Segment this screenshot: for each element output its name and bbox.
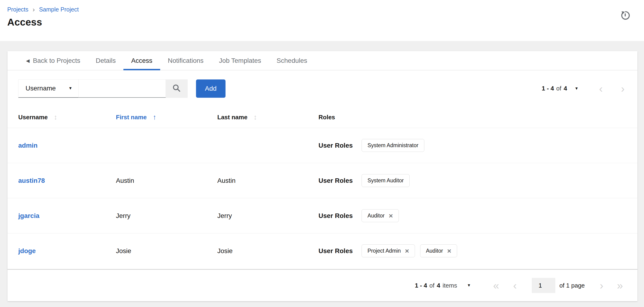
roles-cell: User Roles Project Admin × Auditor ×: [318, 244, 638, 257]
first-name-cell: Austin: [116, 177, 217, 184]
caret-down-icon[interactable]: ▼: [467, 283, 471, 288]
chip-remove-button[interactable]: ×: [405, 247, 409, 254]
column-header-first-name[interactable]: First name ↑: [116, 113, 217, 121]
previous-page-button[interactable]: ‹: [513, 280, 516, 291]
user-roles-label: User Roles: [318, 177, 353, 184]
column-label: First name: [116, 114, 147, 121]
roles-cell: User Roles System Administrator: [318, 139, 638, 152]
column-label: Username: [18, 114, 48, 121]
username-link[interactable]: austin78: [18, 177, 45, 184]
filter-type-select[interactable]: Username ▼: [18, 80, 79, 98]
toolbar: Username ▼ Add 1 - 4 of 4 ▼ ‹ ›: [8, 70, 638, 107]
role-chip-label: System Administrator: [368, 142, 418, 149]
username-link[interactable]: jdoge: [18, 247, 36, 254]
chip-remove-button[interactable]: ×: [447, 247, 452, 254]
sort-both-icon: ↕: [254, 113, 257, 121]
tab-access[interactable]: Access: [124, 51, 160, 70]
pagination-bottom: 1 - 4 of 4 items ▼ « ‹ of 1 page › »: [8, 269, 638, 301]
tab-label: Notifications: [168, 57, 204, 65]
tab-bar: ◀ Back to Projects Details Access Notifi…: [8, 51, 638, 70]
main-content: ◀ Back to Projects Details Access Notifi…: [0, 41, 644, 301]
pagination-total: 4: [437, 282, 440, 289]
page-title: Access: [7, 17, 628, 28]
chip-remove-button[interactable]: ×: [389, 212, 393, 219]
table-row: jgarcia Jerry Jerry User Roles Auditor ×: [8, 198, 638, 233]
column-label: Last name: [217, 114, 248, 121]
tab-job-templates[interactable]: Job Templates: [211, 51, 269, 70]
pagination-items-word: items: [442, 282, 457, 289]
pagination-of: of: [556, 85, 561, 92]
first-name-cell: Josie: [116, 247, 217, 255]
last-name-cell: Austin: [217, 177, 318, 184]
tab-label: Schedules: [276, 57, 307, 65]
column-header-username[interactable]: Username ↕: [18, 113, 116, 121]
page-header: Projects › Sample Project Access: [0, 0, 644, 41]
role-chip-label: System Auditor: [368, 177, 404, 184]
add-button[interactable]: Add: [196, 80, 226, 98]
close-icon: ×: [447, 247, 452, 255]
search-button[interactable]: [166, 80, 188, 98]
history-icon: [620, 18, 631, 21]
role-chip-label: Project Admin: [368, 248, 401, 254]
username-link[interactable]: jgarcia: [18, 212, 39, 219]
last-name-cell: Josie: [217, 247, 318, 255]
table-row: admin User Roles System Administrator: [8, 128, 638, 163]
back-arrow-icon: ◀: [26, 58, 30, 64]
table-row: austin78 Austin Austin User Roles System…: [8, 163, 638, 198]
role-chip-label: Auditor: [426, 248, 443, 254]
role-chip: System Administrator: [362, 139, 424, 152]
close-icon: ×: [405, 247, 409, 255]
roles-cell: User Roles System Auditor: [318, 174, 638, 187]
search-icon: [172, 83, 181, 94]
page-count-label: of 1 page: [560, 282, 585, 289]
breadcrumb-link-projects[interactable]: Projects: [7, 6, 28, 13]
close-icon: ×: [389, 212, 393, 220]
role-chip: System Auditor: [362, 174, 410, 187]
pagination-range: 1 - 4: [415, 282, 427, 289]
table-header-row: Username ↕ First name ↑ Last name ↕ Role…: [8, 107, 638, 128]
filter-type-value: Username: [26, 85, 56, 92]
access-card: ◀ Back to Projects Details Access Notifi…: [8, 51, 638, 301]
caret-down-icon: ▼: [68, 86, 72, 91]
last-page-button[interactable]: »: [617, 280, 623, 291]
first-page-button[interactable]: «: [493, 280, 499, 291]
user-roles-label: User Roles: [318, 212, 353, 220]
column-label: Roles: [318, 114, 335, 121]
next-page-button[interactable]: ›: [621, 83, 624, 94]
role-chip: Project Admin ×: [362, 244, 415, 257]
pagination-of: of: [430, 282, 435, 289]
history-button[interactable]: [620, 9, 631, 21]
first-name-cell: Jerry: [116, 212, 217, 220]
role-chip: Auditor ×: [420, 244, 457, 257]
tab-label: Back to Projects: [33, 57, 80, 65]
role-chip-label: Auditor: [368, 213, 384, 219]
column-header-roles: Roles: [318, 114, 638, 121]
breadcrumb-link-sample-project[interactable]: Sample Project: [39, 6, 79, 13]
caret-down-icon[interactable]: ▼: [575, 86, 579, 91]
user-roles-label: User Roles: [318, 247, 353, 255]
username-link[interactable]: admin: [18, 142, 38, 149]
tab-notifications[interactable]: Notifications: [160, 51, 212, 70]
previous-page-button[interactable]: ‹: [599, 83, 602, 94]
tab-details[interactable]: Details: [88, 51, 124, 70]
tab-back-to-projects[interactable]: ◀ Back to Projects: [18, 51, 88, 70]
next-page-button[interactable]: ›: [600, 280, 603, 291]
role-chip: Auditor ×: [362, 209, 398, 222]
sort-ascending-icon: ↑: [153, 113, 156, 121]
sort-both-icon: ↕: [54, 113, 57, 121]
pagination-top: 1 - 4 of 4 ▼ ‹ ›: [542, 83, 624, 94]
pagination-total: 4: [564, 85, 567, 92]
tab-label: Access: [131, 57, 152, 65]
last-name-cell: Jerry: [217, 212, 318, 220]
breadcrumb: Projects › Sample Project: [7, 6, 628, 13]
column-header-last-name[interactable]: Last name ↕: [217, 113, 318, 121]
table-row: jdoge Josie Josie User Roles Project Adm…: [8, 233, 638, 268]
roles-cell: User Roles Auditor ×: [318, 209, 638, 222]
tab-label: Job Templates: [219, 57, 261, 65]
pagination-range: 1 - 4: [542, 85, 554, 92]
user-roles-label: User Roles: [318, 142, 353, 149]
breadcrumb-separator-icon: ›: [32, 6, 35, 13]
search-input[interactable]: [79, 80, 166, 98]
tab-schedules[interactable]: Schedules: [269, 51, 315, 70]
page-number-input[interactable]: [532, 278, 555, 293]
